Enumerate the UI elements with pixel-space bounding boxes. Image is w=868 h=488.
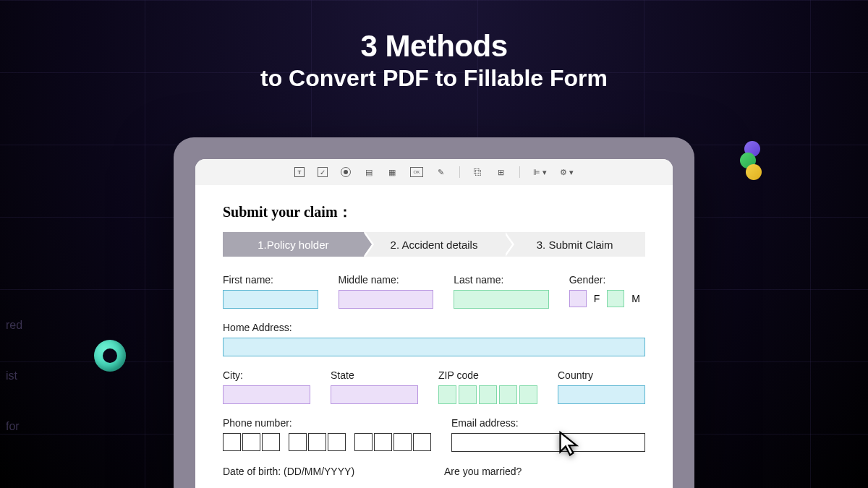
button-icon[interactable]: OK xyxy=(410,167,423,177)
copy-icon[interactable]: ⿻ xyxy=(473,167,483,177)
toolbar-separator xyxy=(459,166,460,178)
field-state: State xyxy=(331,369,418,404)
row-location: City: State ZIP code Country xyxy=(223,369,645,404)
label-country: Country xyxy=(558,369,645,381)
label-last-name: Last name: xyxy=(454,274,549,286)
label-home-address: Home Address: xyxy=(223,322,645,333)
field-country: Country xyxy=(558,369,645,404)
form-area: Submit your claim： 1.Policy holder 2. Ac… xyxy=(195,185,673,488)
page-title: 3 Methods to Convert PDF to Fillable For… xyxy=(0,0,868,92)
row-names: First name: Middle name: Last name: Gend… xyxy=(223,274,645,309)
form-toolbar: T ✓ ▤ ▦ OK ✎ ⿻ ⊞ ⊫ ▾ ⚙ ▾ xyxy=(195,159,673,185)
radio-icon[interactable] xyxy=(341,167,351,177)
title-line1: 3 Methods xyxy=(0,29,868,64)
step-3[interactable]: 3. Submit Claim xyxy=(504,232,645,257)
settings-icon[interactable]: ⚙ ▾ xyxy=(560,168,574,177)
label-dob: Date of birth: (DD/MM/YYYY) xyxy=(223,466,354,477)
list-icon[interactable]: ▤ xyxy=(364,167,374,177)
label-state: State xyxy=(331,369,418,381)
step-1[interactable]: 1.Policy holder xyxy=(223,232,364,257)
field-first-name: First name: xyxy=(223,274,318,309)
field-email: Email address: xyxy=(451,417,645,452)
dropdown-icon[interactable]: ▦ xyxy=(387,167,397,177)
row-address: Home Address: xyxy=(223,322,645,356)
input-middle-name[interactable] xyxy=(339,290,434,309)
input-zip[interactable] xyxy=(438,385,537,404)
input-email[interactable] xyxy=(451,433,645,452)
toolbar-separator xyxy=(519,166,520,178)
field-home-address: Home Address: xyxy=(223,322,645,356)
tablet-screen: T ✓ ▤ ▦ OK ✎ ⿻ ⊞ ⊫ ▾ ⚙ ▾ Submit your cla… xyxy=(195,159,673,488)
field-last-name: Last name: xyxy=(454,274,549,309)
field-middle-name: Middle name: xyxy=(339,274,434,309)
input-state[interactable] xyxy=(331,385,418,404)
field-phone: Phone number: xyxy=(223,417,431,452)
form-heading: Submit your claim： xyxy=(223,202,645,222)
label-gender-f: F xyxy=(594,293,600,304)
decorative-torus-icon xyxy=(94,340,126,372)
step-2[interactable]: 2. Accident details xyxy=(364,232,505,257)
label-gender-m: M xyxy=(631,293,640,304)
align-icon[interactable]: ⊫ ▾ xyxy=(533,168,547,177)
field-married: Are you married? xyxy=(444,465,645,478)
side-text-3: for xyxy=(0,401,22,452)
checkbox-icon[interactable]: ✓ xyxy=(318,167,328,177)
step-indicator: 1.Policy holder 2. Accident details 3. S… xyxy=(223,232,645,257)
checkbox-gender-f[interactable] xyxy=(569,290,587,307)
checkbox-gender-m[interactable] xyxy=(607,290,624,307)
label-gender: Gender: xyxy=(569,274,645,286)
side-text: red ist for xyxy=(0,300,22,452)
input-city[interactable] xyxy=(223,385,310,404)
field-dob: Date of birth: (DD/MM/YYYY) xyxy=(223,465,424,478)
row-dob-married: Date of birth: (DD/MM/YYYY) Are you marr… xyxy=(223,465,645,478)
label-middle-name: Middle name: xyxy=(339,274,434,286)
input-country[interactable] xyxy=(558,385,645,404)
label-phone: Phone number: xyxy=(223,417,431,429)
input-first-name[interactable] xyxy=(223,290,318,309)
input-home-address[interactable] xyxy=(223,338,645,356)
side-text-2: ist xyxy=(0,351,22,401)
label-zip: ZIP code xyxy=(438,369,537,381)
label-first-name: First name: xyxy=(223,274,318,286)
signature-icon[interactable]: ✎ xyxy=(436,167,446,177)
field-zip: ZIP code xyxy=(438,369,537,404)
text-field-icon[interactable]: T xyxy=(294,167,305,177)
grid-icon[interactable]: ⊞ xyxy=(496,167,506,177)
input-last-name[interactable] xyxy=(454,290,549,309)
decorative-squiggle-icon xyxy=(734,141,770,184)
field-gender: Gender: F M xyxy=(569,274,645,309)
side-text-1: red xyxy=(0,300,22,351)
label-email: Email address: xyxy=(451,417,645,429)
label-married: Are you married? xyxy=(444,466,522,477)
input-phone[interactable] xyxy=(223,433,431,451)
label-city: City: xyxy=(223,369,310,381)
field-city: City: xyxy=(223,369,310,404)
title-line2: to Convert PDF to Fillable Form xyxy=(0,65,868,92)
tablet-frame: T ✓ ▤ ▦ OK ✎ ⿻ ⊞ ⊫ ▾ ⚙ ▾ Submit your cla… xyxy=(174,137,694,488)
